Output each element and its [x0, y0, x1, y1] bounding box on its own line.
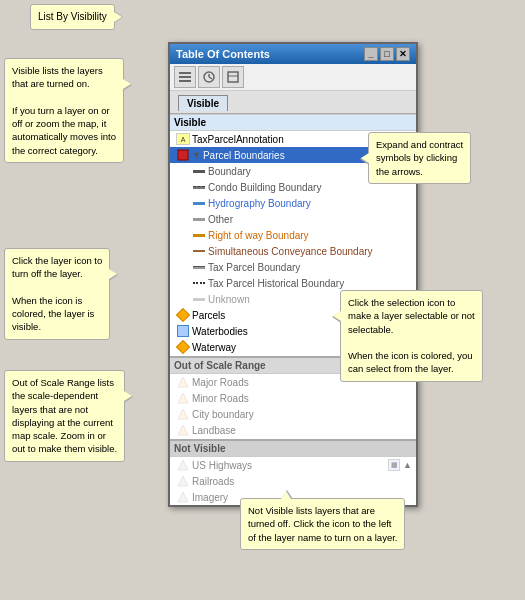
layer-row-taxparcelhist[interactable]: Tax Parcel Historical Boundary	[170, 275, 416, 291]
layer-row-landbase[interactable]: Landbase	[170, 422, 416, 438]
layer-toggle-icon[interactable]	[176, 458, 190, 472]
layer-toggle-icon[interactable]	[176, 324, 190, 338]
svg-rect-8	[178, 150, 188, 160]
toc-minimize-button[interactable]: _	[364, 47, 378, 61]
layer-row-railroads[interactable]: Railroads	[170, 473, 416, 489]
layer-toggle-icon[interactable]: A	[176, 132, 190, 146]
tooltip-layer-icon-text: Click the layer icon to turn off the lay…	[12, 254, 102, 334]
layer-toggle-icon[interactable]	[176, 375, 190, 389]
section-header-not-visible: Not Visible	[170, 439, 416, 457]
symbol-rightway	[192, 228, 206, 242]
symbol-tax-parcel-boundary	[192, 260, 206, 274]
svg-marker-10	[178, 393, 188, 403]
toc-toolbar-btn3[interactable]	[222, 66, 244, 88]
toc-toolbar	[170, 64, 416, 91]
tooltip-out-of-scale-info: Out of Scale Range lists the scale-depen…	[4, 370, 125, 462]
symbol-hydro	[192, 196, 206, 210]
tooltip-layer-icon-info: Click the layer icon to turn off the lay…	[4, 248, 110, 340]
layer-row-rightway[interactable]: Right of way Boundary	[170, 227, 416, 243]
svg-rect-2	[179, 80, 191, 82]
tooltip-not-visible-text: Not Visible lists layers that are turned…	[248, 504, 397, 544]
tooltip-list-by-visibility-text: List By Visibility	[38, 11, 107, 22]
layer-toggle-icon[interactable]	[176, 391, 190, 405]
toc-window: Table Of Contents _ □ ✕ Visible Visible	[168, 42, 418, 507]
toc-toolbar-btn2[interactable]	[198, 66, 220, 88]
svg-marker-12	[178, 425, 188, 435]
layer-row-hydro[interactable]: Hydrography Boundary	[170, 195, 416, 211]
svg-marker-9	[178, 377, 188, 387]
selection-icon[interactable]: ▦	[388, 459, 400, 471]
svg-line-5	[209, 77, 212, 79]
layer-row-city-boundary[interactable]: City boundary	[170, 406, 416, 422]
layer-row-minor-roads[interactable]: Minor Roads	[170, 390, 416, 406]
tooltip-visible-text: Visible lists the layers that are turned…	[12, 64, 116, 157]
symbol-boundary	[192, 164, 206, 178]
symbol-other	[192, 212, 206, 226]
tab-visible[interactable]: Visible	[178, 95, 228, 111]
svg-rect-1	[179, 76, 191, 78]
toc-title: Table Of Contents	[176, 48, 270, 60]
toc-close-button[interactable]: ✕	[396, 47, 410, 61]
tooltip-not-visible-info: Not Visible lists layers that are turned…	[240, 498, 405, 550]
layer-toggle-icon[interactable]	[176, 407, 190, 421]
toc-titlebar-buttons: _ □ ✕	[364, 47, 410, 61]
tooltip-visible-info: Visible lists the layers that are turned…	[4, 58, 124, 163]
svg-marker-14	[178, 476, 188, 486]
tooltip-out-of-scale-text: Out of Scale Range lists the scale-depen…	[12, 376, 117, 456]
svg-marker-15	[178, 492, 188, 502]
layer-row-simul[interactable]: Simultaneous Conveyance Boundary	[170, 243, 416, 259]
toc-maximize-button[interactable]: □	[380, 47, 394, 61]
layer-toggle-icon[interactable]	[176, 474, 190, 488]
toc-titlebar: Table Of Contents _ □ ✕	[170, 44, 416, 64]
layer-row-us-highways[interactable]: US Highways ▦ ▲	[170, 457, 416, 473]
symbol-simul	[192, 244, 206, 258]
layer-row-other[interactable]: Other	[170, 211, 416, 227]
layer-toggle-icon[interactable]	[176, 308, 190, 322]
layer-toggle-icon[interactable]	[176, 148, 190, 162]
layer-toggle-icon[interactable]	[176, 423, 190, 437]
expand-icon[interactable]: ▲	[401, 459, 414, 472]
toc-toolbar-btn1[interactable]	[174, 66, 196, 88]
symbol-condo	[192, 180, 206, 194]
tooltip-expand-text: Expand and contract symbols by clicking …	[376, 138, 463, 178]
tooltip-selection-info: Click the selection icon to make a layer…	[340, 290, 483, 382]
tooltip-expand-info: Expand and contract symbols by clicking …	[368, 132, 471, 184]
layer-row-tax-parcel-boundary[interactable]: Tax Parcel Boundary	[170, 259, 416, 275]
svg-marker-11	[178, 409, 188, 419]
expand-arrow[interactable]: ▼	[192, 150, 201, 160]
svg-rect-6	[228, 72, 238, 82]
svg-rect-0	[179, 72, 191, 74]
tooltip-list-by-visibility: List By Visibility	[30, 4, 115, 30]
layer-toggle-icon[interactable]	[176, 340, 190, 354]
tooltip-selection-text: Click the selection icon to make a layer…	[348, 296, 475, 376]
symbol-unknown	[192, 292, 206, 306]
layer-toggle-icon[interactable]	[176, 490, 190, 504]
svg-marker-13	[178, 460, 188, 470]
section-header-visible: Visible	[170, 114, 416, 131]
symbol-taxparcelhist	[192, 276, 206, 290]
